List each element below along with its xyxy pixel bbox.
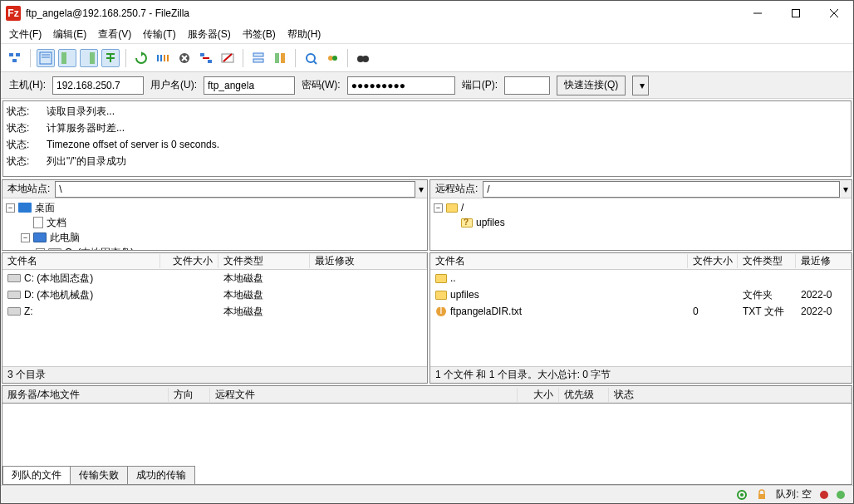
quickconnect-dropdown[interactable]: ▾ [632,76,649,95]
queue-body[interactable] [2,404,852,465]
status-dot-icon [820,491,828,499]
svg-rect-29 [281,53,285,63]
sync-browse-icon[interactable] [302,49,320,67]
pass-label: 密码(W): [302,78,341,92]
disconnect-icon[interactable] [197,49,215,67]
svg-rect-6 [12,59,17,62]
txt-icon: T [435,306,447,317]
dropdown-icon[interactable]: ▾ [415,183,427,195]
toolbar [1,44,853,72]
port-input[interactable] [504,76,550,95]
list-item: upfiles文件夹2022-0 [430,286,852,303]
close-button[interactable] [815,1,853,26]
gear-icon[interactable] [736,489,748,501]
folder-icon [435,274,447,283]
search-remote-icon[interactable] [323,49,341,67]
pass-input[interactable] [347,76,455,95]
message-log[interactable]: 状态:读取目录列表... 状态:计算服务器时差... 状态:Timezone o… [2,100,852,177]
quickconnect-button[interactable]: 快速连接(Q) [557,76,626,95]
log-row: 状态:Timezone offset of server is 0 second… [7,136,847,153]
maximize-button[interactable] [777,1,815,26]
menu-bookmarks[interactable]: 书签(B) [243,27,276,42]
svg-rect-12 [83,52,89,64]
menu-server[interactable]: 服务器(S) [188,27,231,42]
compare-icon[interactable] [271,49,289,67]
menubar: 文件(F) 编辑(E) 查看(V) 传输(T) 服务器(S) 书签(B) 帮助(… [1,26,853,44]
drive-icon [48,248,61,250]
remote-tree[interactable]: −/ upfiles [430,198,852,250]
toggle-queue-icon[interactable] [101,49,120,67]
tree-item: 文档 [6,215,424,230]
minimize-button[interactable] [739,1,777,26]
svg-rect-26 [253,53,263,56]
remote-status: 1 个文件 和 1 个目录。大小总计: 0 字节 [430,366,852,383]
toggle-localtree-icon[interactable] [58,49,76,67]
svg-rect-11 [67,52,73,64]
local-site-label: 本地站点: [2,182,55,196]
remote-file-list[interactable]: .. upfiles文件夹2022-0 TftpangelaDIR.txt0TX… [430,270,852,355]
filter-icon[interactable] [249,49,267,67]
svg-rect-7 [40,52,52,64]
drive-icon [7,274,21,282]
menu-transfer[interactable]: 传输(T) [143,27,175,42]
titlebar: Fz ftp_angela@192.168.250.7 - FileZilla [1,1,853,26]
menu-file[interactable]: 文件(F) [9,27,42,42]
remote-site-label: 远程站点: [430,182,483,196]
queue-header: 服务器/本地文件 方向 远程文件 大小 优先级 状态 [2,385,852,404]
remote-list-header: 文件名 文件大小 文件类型 最近修 [430,253,852,270]
svg-line-31 [314,61,317,64]
drive-icon [7,291,21,299]
tab-queued[interactable]: 列队的文件 [2,466,71,484]
lock-icon[interactable] [756,489,768,501]
svg-line-25 [223,54,232,61]
folder-unknown-icon [461,218,473,228]
refresh-icon[interactable] [132,49,150,67]
local-path-input[interactable] [55,181,415,198]
dropdown-icon[interactable]: ▾ [840,183,852,195]
list-item: Z:本地磁盘 [2,303,427,320]
binoculars-icon[interactable] [354,49,372,67]
svg-rect-5 [16,53,20,56]
log-row: 状态:计算服务器时差... [7,120,847,136]
svg-point-33 [332,56,337,61]
list-item: .. [430,270,852,286]
tree-item: upfiles [434,215,848,230]
quickconnect-bar: 主机(H): 用户名(U): 密码(W): 端口(P): 快速连接(Q) ▾ [1,72,853,99]
app-icon: Fz [6,6,21,21]
window-title: ftp_angela@192.168.250.7 - FileZilla [26,7,739,19]
tree-item: −此电脑 [6,230,424,245]
local-file-list[interactable]: C: (本地固态盘)本地磁盘 D: (本地机械盘)本地磁盘 Z:本地磁盘 [2,270,427,366]
process-queue-icon[interactable] [154,49,172,67]
svg-text:T: T [438,306,444,316]
reconnect-icon[interactable] [218,49,237,67]
user-input[interactable] [204,76,295,95]
h-scrollbar[interactable] [430,355,852,366]
svg-rect-1 [793,10,800,17]
menu-view[interactable]: 查看(V) [98,27,131,42]
svg-rect-13 [90,52,95,64]
local-status: 3 个目录 [2,366,427,383]
sitemanager-icon[interactable] [6,49,24,67]
folder-icon [446,203,458,213]
local-tree[interactable]: −桌面 文档 −此电脑 +C: (本地固态盘) [2,198,427,250]
log-row: 状态:读取目录列表... [7,103,847,120]
tab-failed[interactable]: 传输失败 [70,466,128,484]
toggle-log-icon[interactable] [37,49,55,67]
tree-item: −/ [434,200,848,215]
remote-path-input[interactable] [483,181,840,198]
tree-item: −桌面 [6,200,424,215]
host-input[interactable] [52,76,144,95]
svg-point-30 [307,54,315,62]
toggle-remotetree-icon[interactable] [80,49,98,67]
menu-help[interactable]: 帮助(H) [287,27,321,42]
svg-rect-4 [9,53,13,56]
tab-success[interactable]: 成功的传输 [127,466,195,484]
desktop-icon [18,203,32,213]
cancel-icon[interactable] [175,49,194,67]
log-row: 状态:列出"/"的目录成功 [7,153,847,169]
svg-rect-40 [758,494,765,499]
list-item: D: (本地机械盘)本地磁盘 [2,286,427,303]
menu-edit[interactable]: 编辑(E) [53,27,86,42]
list-item: TftpangelaDIR.txt0TXT 文件2022-0 [430,303,852,320]
port-label: 端口(P): [462,78,498,92]
